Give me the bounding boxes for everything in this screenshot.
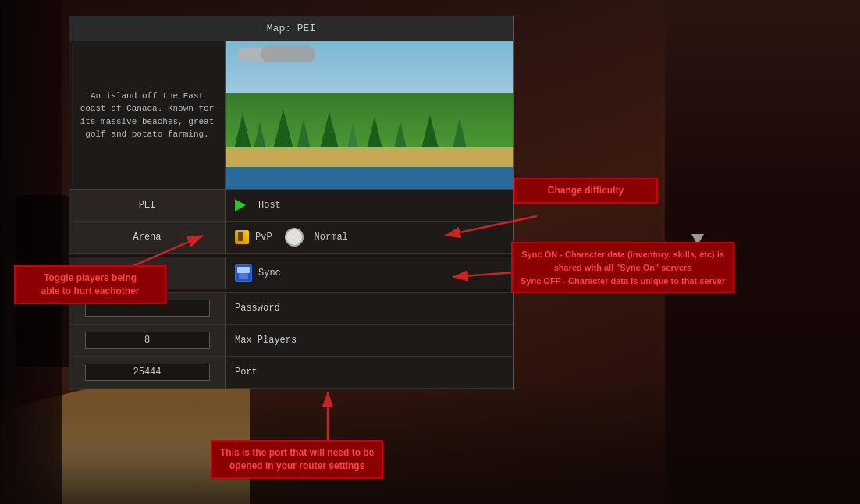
host-arrow-icon: [235, 199, 246, 211]
pvp-label: PvP: [255, 232, 272, 243]
host-row: PEI Host: [69, 190, 513, 222]
pvp-icon: [235, 230, 249, 244]
sync-cell[interactable]: Sync: [226, 257, 513, 289]
map-image: [226, 41, 513, 189]
max-players-label: Max Players: [235, 335, 297, 346]
password-label: Password: [235, 303, 280, 314]
server-setup-panel: Map: PEI An island off the East coast of…: [69, 16, 514, 389]
toggle-pvp-annotation: Toggle players beingable to hurt eachoth…: [14, 265, 166, 304]
password-label-cell: Password: [226, 293, 513, 324]
pvp-row: Arena PvP Normal: [69, 222, 513, 254]
port-label: Port: [235, 367, 258, 378]
map-preview-row: An island off the East coast of Canada. …: [69, 41, 513, 190]
max-players-row: Max Players: [69, 325, 513, 357]
port-row: Port: [69, 357, 513, 389]
port-label-cell: Port: [226, 357, 513, 388]
sync-label: Sync: [258, 268, 281, 279]
bg-bottom: [0, 379, 860, 504]
map-sky: [226, 41, 513, 93]
port-input[interactable]: [85, 364, 210, 381]
map-description: An island off the East coast of Canada. …: [69, 41, 226, 189]
change-difficulty-annotation: Change difficulty: [514, 178, 658, 204]
max-players-input-cell: [69, 325, 226, 356]
map-type-cell: Arena: [69, 222, 226, 253]
sync-info-annotation: Sync ON - Character data (inventory, ski…: [511, 242, 734, 293]
change-difficulty-text: Change difficulty: [548, 185, 624, 196]
map-water: [226, 167, 513, 189]
map-name-cell: PEI: [69, 190, 226, 221]
map-header-text: Map: PEI: [267, 23, 315, 34]
map-description-text: An island off the East coast of Canada. …: [79, 90, 215, 141]
sync-info-text: Sync ON - Character data (inventory, ski…: [521, 250, 725, 286]
pvp-cell[interactable]: PvP Normal: [226, 222, 513, 253]
map-header: Map: PEI: [69, 16, 513, 41]
max-players-label-cell: Max Players: [226, 325, 513, 356]
map-type-text: Arena: [133, 232, 161, 243]
port-info-annotation: This is the port that will need to beope…: [211, 440, 383, 479]
max-players-input[interactable]: [85, 332, 210, 349]
host-cell[interactable]: Host: [226, 190, 513, 221]
map-ground: [226, 93, 513, 152]
cloud-2: [261, 45, 315, 62]
host-label: Host: [258, 200, 281, 211]
sync-icon: [235, 264, 252, 282]
pvp-value: Normal: [315, 232, 348, 243]
toggle-pvp-text: Toggle players beingable to hurt eachoth…: [41, 272, 139, 296]
pvp-toggle[interactable]: [285, 228, 304, 247]
port-input-cell: [69, 357, 226, 388]
port-info-text: This is the port that will need to beope…: [220, 447, 374, 471]
map-name-text: PEI: [139, 200, 156, 211]
